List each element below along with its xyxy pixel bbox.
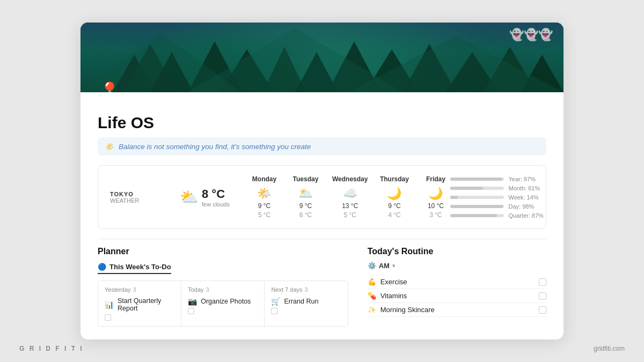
weather-day-high: 9 °C: [258, 202, 270, 210]
weather-city: TOKYO: [110, 191, 180, 197]
weather-day-name: Monday: [252, 175, 276, 183]
weather-label-text: WEATHER: [110, 197, 180, 204]
stat-row: Week: 14%: [450, 194, 547, 201]
routine-checkbox[interactable]: [539, 278, 546, 286]
routine-item-label: Vitamins: [380, 292, 407, 300]
weather-day: Thursday 🌙 9 °C 4 °C: [379, 175, 409, 219]
weather-day-name: Tuesday: [293, 175, 319, 183]
divider: [98, 239, 546, 239]
header-banner: 👻👻👻 🕹️: [80, 23, 564, 92]
planner-col-header: Yesterday 3: [105, 286, 174, 293]
quote-banner: 🌤️ Balance is not something you find, it…: [98, 137, 546, 156]
weather-day-name: Wednesday: [332, 175, 368, 183]
banner-bg: [80, 23, 564, 92]
weather-current-info: 8 °C few clouds: [202, 187, 230, 208]
routine-checkbox[interactable]: [539, 292, 546, 300]
col-header-count: 3: [206, 286, 209, 293]
planner-task: 🛒 Errand Run: [271, 297, 341, 306]
page-wrapper: G R I D F I T I gridfiti.com: [0, 0, 644, 362]
weather-day-high: 9 °C: [388, 202, 400, 210]
stat-label: Quarter: 87%: [508, 212, 543, 219]
joystick-icon: 🕹️: [96, 81, 123, 92]
routine-checkbox[interactable]: [539, 306, 546, 314]
weather-day: Friday 🌙 10 °C 3 °C: [421, 175, 450, 219]
page-title: Life OS: [98, 114, 546, 132]
notion-content: Life OS 🌤️ Balance is not something you …: [80, 92, 564, 339]
weather-location: TOKYO WEATHER: [110, 191, 180, 204]
routine-am-chevron[interactable]: ▾: [392, 263, 395, 269]
stat-bar-bg: [450, 196, 504, 199]
stat-label: Day: 98%: [508, 203, 534, 210]
planner-task: 📊 Start Quarterly Report: [105, 297, 174, 312]
planner-columns: Yesterday 3 📊 Start Quarterly Report Tod…: [98, 280, 348, 327]
quote-text: Balance is not something you find, it's …: [119, 143, 311, 151]
weather-day-name: Thursday: [380, 175, 409, 183]
banner-spirits: 👻👻👻: [509, 28, 553, 42]
weather-day-icon: 🌥️: [298, 187, 313, 201]
planner-tab-label: This Week's To-Do: [109, 263, 171, 271]
task-icon: 📊: [105, 300, 114, 309]
stat-bar-bg: [450, 178, 504, 181]
task-icon: 🛒: [271, 297, 280, 306]
weather-day-high: 10 °C: [428, 202, 444, 210]
weather-day-low: 6 °C: [299, 211, 312, 219]
weather-current-icon: ⛅: [180, 188, 199, 206]
task-checkbox[interactable]: [105, 314, 111, 321]
task-label: Errand Run: [284, 298, 318, 305]
stat-bar-fill: [450, 196, 458, 199]
routine-item-label: Exercise: [380, 278, 407, 286]
routine-items: 💪 Exercise 💊 Vitamins ✨ Morning Skincare: [368, 275, 546, 317]
routine-item-left: 💪 Exercise: [368, 278, 407, 286]
routine-item-label: Morning Skincare: [380, 306, 435, 314]
weather-stats: Year: 97% Month: 61% Week: 14% Day: 98% …: [450, 176, 547, 219]
quote-icon: 🌤️: [105, 142, 114, 151]
planner-tab[interactable]: 🔵 This Week's To-Do: [98, 263, 171, 274]
stat-label: Week: 14%: [508, 194, 538, 201]
routine-title: Today's Routine: [368, 247, 546, 256]
task-checkbox[interactable]: [188, 308, 194, 314]
weather-day-icon: 🌤️: [257, 187, 272, 201]
planner-tab-icon: 🔵: [98, 263, 106, 271]
weather-day-low: 4 °C: [388, 211, 400, 219]
routine-item-icon: 💊: [368, 292, 376, 300]
stat-row: Quarter: 87%: [450, 212, 547, 219]
weather-day-name: Friday: [426, 175, 445, 183]
weather-day-icon: ☁️: [343, 187, 357, 201]
page-title-area: Life OS: [98, 92, 546, 137]
weather-current-temp: 8 °C: [202, 187, 230, 201]
weather-day: Tuesday 🌥️ 9 °C 6 °C: [291, 175, 320, 219]
routine-item-left: 💊 Vitamins: [368, 292, 407, 300]
task-icon: 📷: [188, 297, 197, 306]
stat-bar-bg: [450, 205, 504, 208]
col-header-name: Yesterday: [105, 286, 131, 293]
col-header-name: Next 7 days: [271, 286, 302, 293]
stat-bar-fill: [450, 187, 483, 190]
weather-current: ⛅ 8 °C few clouds: [180, 187, 250, 208]
routine-am-label: AM: [379, 262, 390, 270]
stat-row: Year: 97%: [450, 176, 547, 182]
task-label: Start Quarterly Report: [118, 297, 174, 312]
planner-col: Next 7 days 3 🛒 Errand Run: [265, 281, 347, 326]
routine-item-icon: 💪: [368, 278, 376, 286]
weather-section: TOKYO WEATHER ⛅ 8 °C few clouds Monday 🌤…: [98, 165, 546, 229]
stat-label: Month: 61%: [508, 185, 540, 191]
weather-day-icon: 🌙: [387, 187, 401, 201]
task-label: Organize Photos: [201, 298, 251, 305]
routine-item: ✨ Morning Skincare: [368, 303, 546, 317]
planner-col: Today 3 📷 Organize Photos: [181, 281, 265, 326]
stat-bar-fill: [450, 178, 502, 181]
col-header-name: Today: [188, 286, 203, 293]
planner-title: Planner: [98, 247, 348, 256]
brand-left: G R I D F I T I: [19, 345, 84, 352]
routine-item: 💊 Vitamins: [368, 289, 546, 303]
notion-card: 👻👻👻 🕹️ Life OS 🌤️ Balance is not somethi…: [80, 23, 564, 339]
weather-current-desc: few clouds: [202, 201, 230, 208]
routine-am-header: ⚙️ AM ▾: [368, 262, 546, 270]
planner-routine: Planner 🔵 This Week's To-Do Yesterday 3 …: [98, 247, 546, 327]
weather-day-low: 5 °C: [258, 211, 270, 219]
routine-am-icon: ⚙️: [368, 262, 376, 270]
task-checkbox[interactable]: [271, 308, 277, 314]
planner-col-header: Next 7 days 3: [271, 286, 341, 293]
weather-day-high: 9 °C: [299, 202, 312, 210]
stat-bar-fill: [450, 205, 503, 208]
